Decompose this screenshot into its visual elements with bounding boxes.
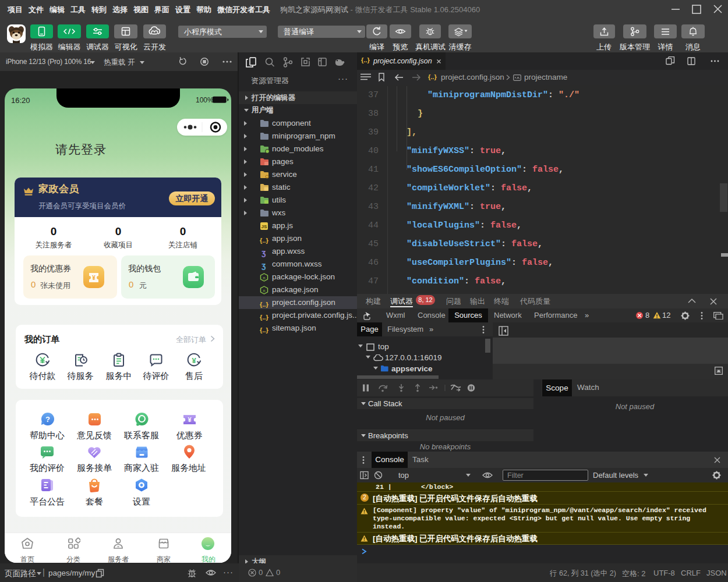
svg-text:?: ? (45, 415, 50, 424)
svg-text:n: n (263, 276, 266, 280)
svg-text:¥: ¥ (192, 356, 196, 365)
svg-text:¥: ¥ (188, 416, 192, 423)
svg-text:n: n (263, 289, 266, 293)
svg-text:¥: ¥ (92, 275, 96, 281)
svg-text:JS: JS (261, 224, 267, 229)
